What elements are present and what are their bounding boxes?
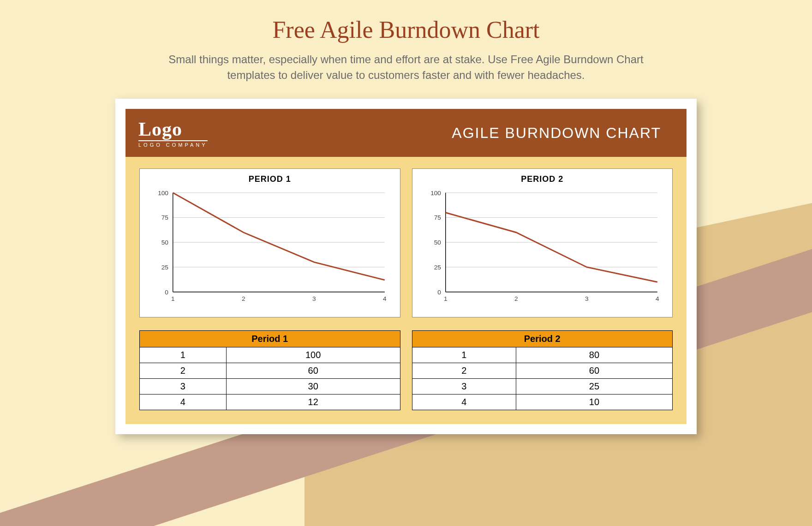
table-period-1: Period 1 1100260330412 — [139, 330, 400, 410]
chart-title: PERIOD 1 — [148, 174, 392, 184]
chart-svg-period-1: 02550751001234 — [148, 187, 392, 307]
table-cell-key: 4 — [140, 394, 227, 410]
svg-text:50: 50 — [434, 239, 441, 246]
table-cell-value: 80 — [516, 347, 672, 363]
svg-text:75: 75 — [434, 215, 441, 221]
chart-svg-period-2: 02550751001234 — [421, 187, 664, 307]
table-header: Period 2 — [412, 331, 673, 347]
chart-title: PERIOD 2 — [421, 174, 664, 184]
svg-text:25: 25 — [161, 264, 169, 271]
table-row: 412 — [140, 394, 400, 410]
header-bar: Logo Logo Company AGILE BURNDOWN CHART — [125, 109, 687, 157]
logo-text: Logo — [138, 118, 208, 140]
table-cell-value: 30 — [226, 379, 400, 394]
svg-text:25: 25 — [434, 264, 441, 271]
table-row: 260 — [140, 363, 400, 379]
table-row: 410 — [412, 394, 673, 410]
svg-text:1: 1 — [443, 295, 447, 302]
page-title: Free Agile Burndown Chart — [0, 16, 812, 43]
table-row: 330 — [140, 379, 400, 394]
svg-text:50: 50 — [161, 239, 169, 246]
chart-period-1: PERIOD 1 02550751001234 — [139, 168, 400, 317]
table-cell-key: 2 — [412, 363, 516, 379]
svg-text:2: 2 — [242, 295, 245, 302]
tables-row: Period 1 1100260330412 Period 2 18026032… — [139, 330, 673, 410]
table-cell-value: 100 — [226, 347, 400, 363]
table-row: 180 — [412, 347, 673, 363]
header-title: AGILE BURNDOWN CHART — [452, 125, 661, 142]
svg-text:100: 100 — [158, 190, 168, 197]
table-row: 1100 — [140, 347, 400, 363]
template-card: Logo Logo Company AGILE BURNDOWN CHART P… — [115, 99, 697, 434]
table-cell-key: 3 — [140, 379, 227, 394]
chart-period-2: PERIOD 2 02550751001234 — [412, 168, 673, 317]
logo-block: Logo Logo Company — [138, 118, 208, 148]
table-row: 260 — [412, 363, 673, 379]
content-area: PERIOD 1 02550751001234 PERIOD 2 0255075… — [125, 157, 687, 424]
table-header: Period 1 — [140, 331, 400, 347]
svg-text:4: 4 — [383, 295, 387, 302]
table-cell-key: 2 — [140, 363, 227, 379]
charts-row: PERIOD 1 02550751001234 PERIOD 2 0255075… — [139, 168, 673, 317]
svg-text:3: 3 — [312, 295, 316, 302]
table-row: 325 — [412, 379, 673, 394]
table-cell-value: 12 — [226, 394, 400, 410]
svg-text:0: 0 — [165, 289, 168, 296]
logo-company: Logo Company — [138, 142, 208, 148]
table-period-2: Period 2 180260325410 — [412, 330, 673, 410]
svg-text:2: 2 — [514, 295, 518, 302]
table-cell-value: 60 — [226, 363, 400, 379]
table-cell-value: 10 — [516, 394, 672, 410]
svg-text:3: 3 — [585, 295, 589, 302]
svg-text:0: 0 — [437, 289, 441, 296]
svg-text:100: 100 — [430, 190, 441, 197]
svg-text:75: 75 — [161, 215, 169, 221]
page-subtitle: Small things matter, especially when tim… — [152, 52, 660, 83]
table-cell-key: 3 — [412, 379, 516, 394]
svg-text:4: 4 — [656, 295, 659, 302]
table-cell-key: 1 — [412, 347, 516, 363]
table-cell-value: 25 — [516, 379, 672, 394]
table-cell-key: 1 — [140, 347, 227, 363]
svg-text:1: 1 — [171, 295, 175, 302]
table-cell-value: 60 — [516, 363, 672, 379]
table-cell-key: 4 — [412, 394, 516, 410]
